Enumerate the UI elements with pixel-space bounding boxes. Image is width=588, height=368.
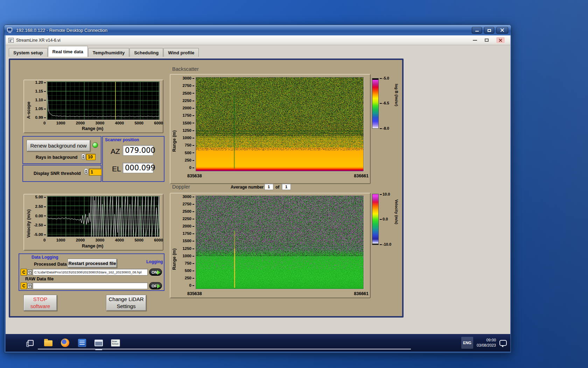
blue-app-button[interactable] — [77, 338, 87, 348]
rays-value-field[interactable]: 10 — [86, 154, 96, 160]
a-scope-trace — [47, 94, 159, 117]
change-lidar-settings-button[interactable]: Change LiDAR Settings — [106, 295, 146, 311]
ascope-plot-area[interactable] — [47, 81, 160, 120]
backscatter-cb-max: -5.0 — [380, 76, 389, 80]
velocity-graph: Velocity (m/s) 5.002.500.00-2.50-5.00 01… — [23, 194, 163, 251]
el-value-field[interactable]: 000.099 — [122, 163, 153, 173]
vi-window-title: StreamLine XR v14-6.vi — [16, 38, 61, 43]
tick-label: 0 — [43, 238, 46, 242]
backscatter-plot-area[interactable] — [196, 77, 364, 171]
tick-label: 2000 — [76, 121, 85, 125]
snr-threshold-label: Display SNR threshold — [34, 171, 81, 176]
tick-label: 0.99 — [35, 115, 46, 120]
language-indicator[interactable]: ENG — [461, 337, 473, 349]
renew-background-button[interactable]: Renew background now — [27, 140, 90, 151]
logging-label: Logging — [146, 259, 163, 264]
tick-label: 250 — [185, 158, 194, 162]
doppler-plot-area[interactable] — [196, 196, 364, 289]
tick-label: 2750 — [182, 83, 194, 88]
close-button[interactable] — [496, 27, 508, 34]
tick-label: 1750 — [182, 113, 194, 117]
minimize-button[interactable] — [472, 27, 482, 34]
file-explorer-button[interactable] — [43, 338, 54, 348]
desktop-background: { "colors": { "labview_blue": "#2127d2",… — [0, 0, 588, 368]
tab-wind-profile[interactable]: Wind profile — [163, 48, 199, 57]
doppler-cb-min: -10.0 — [380, 242, 391, 246]
vi-minimize-button[interactable] — [473, 40, 477, 41]
tick-label: 500 — [185, 268, 194, 273]
tick-label: 1000 — [56, 121, 65, 125]
notifications-icon[interactable] — [499, 340, 507, 346]
tick-label: 2250 — [182, 217, 194, 221]
tick-label: 6000 — [154, 238, 163, 242]
snr-threshold-box: Display SNR threshold 1 — [22, 165, 102, 182]
tab-temp-humidity[interactable]: Temp/humidity — [88, 48, 129, 57]
of-label: of — [275, 185, 279, 190]
doppler-x-end: 836661 — [354, 291, 369, 296]
vi-restore-button[interactable] — [485, 39, 489, 42]
backscatter-graph: Range (m) 300027502500225020001750150012… — [170, 74, 371, 184]
settings-button-line2: Settings — [117, 303, 135, 310]
remote-taskbar: Scan Sched ENG 09:00 03/08/2023 — [6, 334, 510, 352]
el-label: EL — [112, 165, 121, 173]
active-session-button[interactable] — [93, 338, 104, 348]
tick-label: 0.00 — [35, 214, 46, 218]
ascope-yticks: 1.201.151.101.050.99 — [30, 80, 46, 120]
tab-real-time-data[interactable]: Real time data — [48, 46, 88, 57]
tick-label: 1.20 — [35, 80, 46, 84]
ascope-xticks: 0100020003000400050006000 — [43, 121, 163, 125]
az-label: AZ — [111, 147, 120, 156]
raw-logging-toggle[interactable]: OFF — [149, 282, 162, 289]
tick-label: 3000 — [96, 238, 105, 242]
maximize-button[interactable] — [484, 27, 494, 34]
taskbar-clock[interactable]: 09:00 03/08/2023 — [477, 338, 496, 348]
raw-browse-icon[interactable] — [28, 283, 32, 288]
average-number-field[interactable]: 1 — [264, 184, 273, 190]
az-value-field[interactable]: 079.000 — [122, 145, 153, 156]
processed-browse-icon[interactable] — [28, 270, 32, 275]
tick-label: 4000 — [115, 121, 124, 125]
stop-software-button[interactable]: STOP software — [23, 295, 57, 311]
tick-label: 5.00 — [35, 195, 46, 199]
tick-label: 3000 — [96, 121, 105, 125]
doppler-cb-max: 10.0 — [380, 192, 390, 196]
tick-label: -5.00 — [34, 232, 46, 237]
tick-label: 2500 — [182, 209, 194, 213]
task-view-button[interactable] — [25, 338, 36, 348]
scan-scheduler-button[interactable]: Scan Sched — [110, 338, 121, 348]
doppler-yticks: 3000275025002250200017501500125010007505… — [177, 195, 194, 287]
average-number-label: Average number — [231, 185, 264, 190]
vi-titlebar[interactable]: StreamLine XR v14-6.vi — [6, 35, 510, 45]
minimize-icon — [475, 31, 479, 32]
tab-bar: System setup Real time data Temp/humidit… — [6, 45, 510, 57]
snr-value-field[interactable]: 1 — [89, 169, 102, 176]
restart-processed-file-button[interactable]: Restart processed file — [68, 259, 117, 268]
tick-label: 0 — [43, 121, 46, 125]
processed-path-field[interactable]: C:\Lidar\Data\Proc\2023\202308\20230803\… — [33, 269, 148, 275]
tab-system-setup[interactable]: System setup — [9, 48, 48, 57]
processed-logging-toggle[interactable]: ON — [149, 268, 162, 276]
raw-path-field[interactable] — [33, 282, 148, 289]
tab-scheduling[interactable]: Scheduling — [130, 48, 163, 57]
app-window-icon — [94, 340, 103, 346]
tick-label: 4000 — [115, 238, 124, 242]
tick-label: 1500 — [182, 121, 194, 125]
rays-in-background-label: Rays in background — [36, 155, 77, 160]
velocity-plot-area[interactable] — [47, 196, 160, 237]
firefox-button[interactable] — [60, 338, 70, 348]
tick-label: 500 — [185, 151, 194, 155]
doppler-cb-mid: 0.0 — [380, 217, 388, 221]
vi-window: StreamLine XR v14-6.vi System setup Real… — [6, 35, 510, 335]
average-total-field[interactable]: 1 — [282, 184, 291, 190]
snr-spinner[interactable] — [84, 168, 88, 175]
raw-drive-selector[interactable]: C — [21, 282, 27, 289]
vi-close-button[interactable] — [496, 37, 505, 43]
doppler-heatmap-image — [196, 196, 363, 289]
stop-button-line2: software — [30, 303, 50, 310]
rdp-titlebar[interactable]: 192.168.0.122 - Remote Desktop Connectio… — [4, 25, 511, 35]
rays-spinner[interactable] — [81, 154, 85, 160]
processed-drive-selector[interactable]: C — [21, 269, 27, 275]
backscatter-x-start: 835638 — [187, 173, 202, 178]
tick-label: 750 — [185, 143, 194, 147]
tick-label: 2000 — [76, 238, 85, 242]
